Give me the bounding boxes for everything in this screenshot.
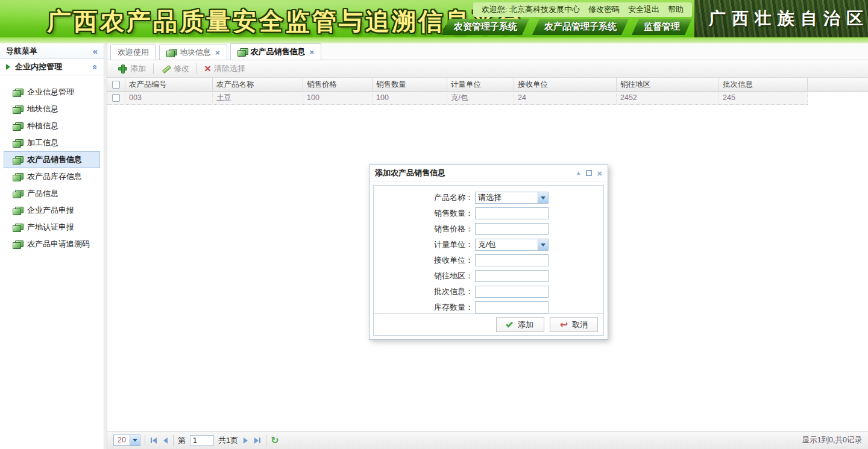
field-label: 接收单位： — [374, 255, 475, 266]
welcome-text: 欢迎您: 北京高科技发展中心 — [482, 2, 580, 17]
sidebar-item-traceability-code[interactable]: 农产品申请追溯码 — [4, 236, 100, 253]
sidebar-collapse-icon[interactable]: « — [93, 46, 98, 55]
cell-sales-region: 2452 — [617, 92, 719, 104]
tab-label: 欢迎使用 — [118, 47, 149, 58]
app-header: 广西农产品质量安全监管与追溯信息平台 欢迎您: 北京高科技发展中心 修改密码 安… — [0, 0, 868, 37]
sidebar-item-label: 地块信息 — [27, 104, 58, 115]
tab-close-icon[interactable]: × — [310, 48, 315, 57]
sidebar-item-plot-info[interactable]: 地块信息 — [4, 101, 100, 118]
dialog-add-label: 添加 — [518, 319, 533, 330]
next-page-button[interactable] — [242, 436, 249, 445]
cell-receiving-unit: 24 — [514, 92, 617, 104]
nav-button-agri-materials[interactable]: 农资管理子系统 — [442, 19, 529, 35]
page-size-select[interactable]: 20 — [113, 435, 140, 446]
sidebar-item-enterprise-product-declare[interactable]: 企业产品申报 — [4, 202, 100, 219]
form-row-sales-quantity: 销售数量： — [374, 206, 603, 221]
add-button[interactable]: 添加 — [112, 61, 152, 76]
folder-icon — [13, 105, 23, 113]
dialog-cancel-button[interactable]: ↩ 取消 — [550, 317, 598, 332]
section-arrow-icon — [6, 64, 10, 70]
section-collapse-icon[interactable]: « — [90, 64, 99, 69]
dialog-body: 产品名称： 请选择 销售数量： 销售价格： 计量单位： — [373, 185, 604, 336]
sales-quantity-field[interactable] — [475, 207, 549, 219]
product-name-value: 请选择 — [476, 192, 538, 203]
column-header-batch-info[interactable]: 批次信息 — [719, 78, 808, 91]
tab-welcome[interactable]: 欢迎使用 — [110, 45, 156, 60]
sidebar-header: 导航菜单 « — [0, 43, 104, 59]
last-page-icon — [259, 438, 260, 443]
cell-product-name: 土豆 — [213, 92, 303, 104]
nav-button-supervision[interactable]: 监督管理 — [632, 19, 692, 35]
clear-selection-button[interactable]: × 清除选择 — [198, 61, 251, 76]
table-row[interactable]: 003 土豆 100 100 克/包 24 2452 245 — [107, 92, 808, 105]
column-header-unit[interactable]: 计量单位 — [447, 78, 514, 91]
folder-icon — [13, 89, 23, 96]
product-name-select[interactable]: 请选择 — [475, 192, 549, 204]
help-link[interactable]: 帮助 — [668, 2, 684, 17]
batch-info-field[interactable] — [475, 286, 549, 298]
unit-value: 克/包 — [476, 239, 538, 250]
unit-select[interactable]: 克/包 — [475, 239, 549, 251]
last-page-button[interactable] — [253, 436, 262, 445]
edit-button[interactable]: 修改 — [155, 61, 195, 76]
form-row-unit: 计量单位： 克/包 — [374, 237, 603, 253]
column-header-product-name[interactable]: 农产品名称 — [213, 78, 303, 91]
sidebar-item-planting-info[interactable]: 种植信息 — [4, 118, 100, 134]
sales-price-field[interactable] — [475, 223, 549, 235]
sidebar-item-processing-info[interactable]: 加工信息 — [4, 134, 100, 151]
first-page-icon — [151, 438, 152, 443]
nav-button-agri-products[interactable]: 农产品管理子系统 — [532, 19, 629, 35]
subsystem-nav: 农资管理子系统 农产品管理子系统 监督管理 — [442, 19, 692, 35]
pagination-bar: 20 第 共1页 ↻ 显示1到0,共0记录 — [107, 431, 868, 449]
change-password-link[interactable]: 修改密码 — [588, 2, 620, 17]
close-icon[interactable]: × — [597, 169, 602, 178]
prev-page-button[interactable] — [162, 436, 169, 445]
folder-icon — [13, 240, 23, 248]
first-page-button[interactable] — [149, 436, 158, 445]
select-all-checkbox[interactable] — [112, 81, 120, 89]
column-header-sales-region[interactable]: 销往地区 — [617, 78, 719, 91]
sidebar-item-product-sales-info[interactable]: 农产品销售信息 — [4, 151, 100, 168]
sidebar-item-enterprise-info[interactable]: 企业信息管理 — [4, 84, 100, 101]
receiving-unit-field[interactable] — [475, 254, 549, 266]
folder-icon — [13, 139, 23, 147]
folder-icon — [13, 190, 23, 198]
refresh-icon[interactable]: ↻ — [271, 436, 278, 445]
sidebar-item-product-info[interactable]: 产品信息 — [4, 185, 100, 202]
sidebar-item-product-stock-info[interactable]: 农产品库存信息 — [4, 168, 100, 185]
column-header-sales-price[interactable]: 销售价格 — [303, 78, 373, 91]
sidebar-item-label: 产地认证申报 — [27, 222, 74, 233]
form-row-receiving-unit: 接收单位： — [374, 253, 603, 268]
page-size-dropdown-icon[interactable] — [130, 435, 140, 445]
column-header-sales-quantity[interactable]: 销售数量 — [373, 78, 447, 91]
wheat-banner-image: 广西壮族自治区 — [694, 0, 868, 37]
stock-quantity-field[interactable] — [475, 301, 549, 313]
logout-link[interactable]: 安全退出 — [628, 2, 659, 17]
dialog-titlebar[interactable]: 添加农产品销售信息 ▲ × — [370, 165, 608, 181]
next-page-icon — [244, 438, 248, 444]
field-label: 库存数量： — [374, 302, 475, 313]
section-label: 企业内控管理 — [15, 61, 88, 72]
tab-product-sales-info[interactable]: 农产品销售信息 × — [230, 43, 322, 60]
column-header-product-code[interactable]: 农产品编号 — [125, 78, 213, 91]
sidebar-item-label: 企业产品申报 — [27, 205, 74, 216]
sidebar-section-internal-control[interactable]: 企业内控管理 « — [0, 59, 104, 75]
chevron-down-icon[interactable] — [538, 239, 548, 250]
grid-header-row: 农产品编号 农产品名称 销售价格 销售数量 计量单位 接收单位 销往地区 批次信… — [107, 78, 868, 92]
maximize-icon[interactable] — [586, 170, 592, 176]
column-header-receiving-unit[interactable]: 接收单位 — [514, 78, 617, 91]
add-sales-info-dialog: 添加农产品销售信息 ▲ × 产品名称： 请选择 销售数量： — [369, 165, 608, 340]
dialog-add-button[interactable]: 添加 — [496, 317, 544, 332]
page-number-input[interactable] — [190, 435, 214, 446]
sidebar-item-origin-certification[interactable]: 产地认证申报 — [4, 219, 100, 236]
folder-icon — [13, 122, 23, 130]
row-checkbox[interactable] — [112, 94, 120, 102]
minimize-icon[interactable]: ▲ — [576, 170, 581, 176]
clear-selection-label: 清除选择 — [214, 63, 245, 74]
tab-plot-info[interactable]: 地块信息 × — [159, 45, 227, 60]
chevron-down-icon[interactable] — [538, 192, 548, 203]
edit-button-label: 修改 — [174, 63, 189, 74]
sales-region-field[interactable] — [475, 270, 549, 282]
tab-close-icon[interactable]: × — [215, 48, 220, 57]
sidebar-item-label: 企业信息管理 — [27, 87, 74, 98]
